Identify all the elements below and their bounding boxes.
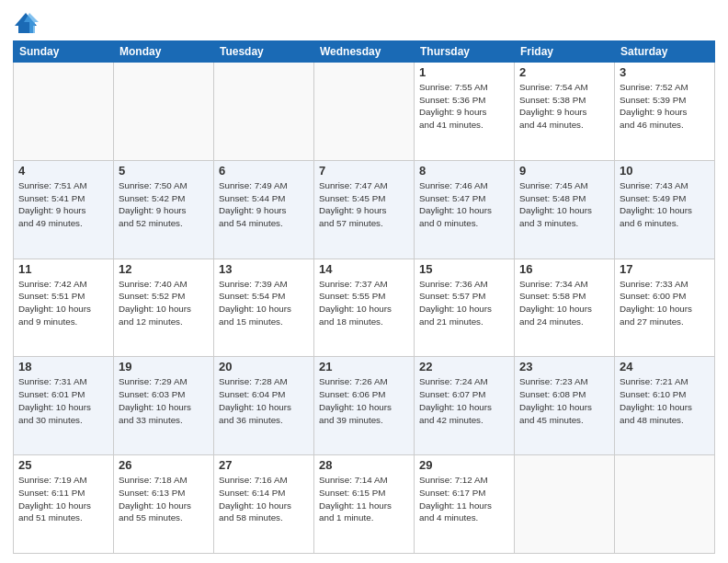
day-info: Sunrise: 7:46 AM Sunset: 5:47 PM Dayligh…	[419, 179, 509, 230]
calendar-cell: 28Sunrise: 7:14 AM Sunset: 6:15 PM Dayli…	[314, 455, 415, 554]
logo-icon	[13, 9, 39, 35]
day-number: 16	[519, 262, 609, 276]
calendar-cell: 12Sunrise: 7:40 AM Sunset: 5:52 PM Dayli…	[114, 259, 214, 357]
weekday-header-friday: Friday	[515, 41, 615, 63]
day-info: Sunrise: 7:42 AM Sunset: 5:51 PM Dayligh…	[18, 278, 108, 328]
week-row-3: 18Sunrise: 7:31 AM Sunset: 6:01 PM Dayli…	[14, 357, 715, 455]
calendar-cell: 25Sunrise: 7:19 AM Sunset: 6:11 PM Dayli…	[14, 455, 114, 554]
calendar-cell: 4Sunrise: 7:51 AM Sunset: 5:41 PM Daylig…	[14, 160, 114, 259]
day-number: 28	[319, 458, 409, 472]
calendar-cell: 2Sunrise: 7:54 AM Sunset: 5:38 PM Daylig…	[515, 63, 615, 161]
week-row-0: 1Sunrise: 7:55 AM Sunset: 5:36 PM Daylig…	[14, 63, 715, 161]
calendar-cell: 10Sunrise: 7:43 AM Sunset: 5:49 PM Dayli…	[615, 160, 715, 259]
day-info: Sunrise: 7:19 AM Sunset: 6:11 PM Dayligh…	[18, 474, 108, 524]
calendar-cell	[615, 455, 715, 554]
day-number: 19	[119, 360, 209, 373]
calendar-cell: 13Sunrise: 7:39 AM Sunset: 5:54 PM Dayli…	[214, 259, 314, 357]
day-info: Sunrise: 7:28 AM Sunset: 6:04 PM Dayligh…	[219, 375, 309, 426]
day-info: Sunrise: 7:45 AM Sunset: 5:48 PM Dayligh…	[519, 179, 609, 230]
weekday-header-saturday: Saturday	[615, 41, 715, 63]
calendar-cell: 15Sunrise: 7:36 AM Sunset: 5:57 PM Dayli…	[415, 259, 515, 357]
calendar-cell: 21Sunrise: 7:26 AM Sunset: 6:06 PM Dayli…	[314, 357, 415, 455]
day-number: 10	[620, 164, 710, 178]
calendar-cell: 22Sunrise: 7:24 AM Sunset: 6:07 PM Dayli…	[415, 357, 515, 455]
calendar-cell: 20Sunrise: 7:28 AM Sunset: 6:04 PM Dayli…	[214, 357, 314, 455]
day-number: 2	[519, 65, 609, 79]
day-info: Sunrise: 7:47 AM Sunset: 5:45 PM Dayligh…	[319, 179, 409, 230]
day-info: Sunrise: 7:18 AM Sunset: 6:13 PM Dayligh…	[119, 474, 209, 524]
calendar-cell: 7Sunrise: 7:47 AM Sunset: 5:45 PM Daylig…	[314, 160, 415, 259]
day-info: Sunrise: 7:49 AM Sunset: 5:44 PM Dayligh…	[219, 179, 309, 230]
day-number: 9	[519, 164, 609, 178]
day-info: Sunrise: 7:33 AM Sunset: 6:00 PM Dayligh…	[620, 278, 710, 328]
weekday-header-thursday: Thursday	[415, 41, 515, 63]
calendar-cell: 14Sunrise: 7:37 AM Sunset: 5:55 PM Dayli…	[314, 259, 415, 357]
day-number: 5	[119, 164, 209, 178]
weekday-header-tuesday: Tuesday	[214, 41, 314, 63]
weekday-header-row: SundayMondayTuesdayWednesdayThursdayFrid…	[14, 41, 715, 63]
calendar-cell: 17Sunrise: 7:33 AM Sunset: 6:00 PM Dayli…	[615, 259, 715, 357]
day-number: 14	[319, 262, 409, 276]
week-row-1: 4Sunrise: 7:51 AM Sunset: 5:41 PM Daylig…	[14, 160, 715, 259]
day-number: 12	[119, 262, 209, 276]
weekday-header-sunday: Sunday	[14, 41, 114, 63]
calendar-cell: 5Sunrise: 7:50 AM Sunset: 5:42 PM Daylig…	[114, 160, 214, 259]
calendar-cell: 11Sunrise: 7:42 AM Sunset: 5:51 PM Dayli…	[14, 259, 114, 357]
day-number: 26	[119, 458, 209, 472]
day-info: Sunrise: 7:51 AM Sunset: 5:41 PM Dayligh…	[18, 179, 108, 230]
calendar-cell: 18Sunrise: 7:31 AM Sunset: 6:01 PM Dayli…	[14, 357, 114, 455]
day-info: Sunrise: 7:43 AM Sunset: 5:49 PM Dayligh…	[620, 179, 710, 230]
day-info: Sunrise: 7:23 AM Sunset: 6:08 PM Dayligh…	[519, 375, 609, 426]
calendar-cell: 16Sunrise: 7:34 AM Sunset: 5:58 PM Dayli…	[515, 259, 615, 357]
calendar-cell	[314, 63, 415, 161]
day-number: 13	[219, 262, 309, 276]
day-info: Sunrise: 7:34 AM Sunset: 5:58 PM Dayligh…	[519, 278, 609, 328]
day-info: Sunrise: 7:55 AM Sunset: 5:36 PM Dayligh…	[419, 81, 509, 132]
day-info: Sunrise: 7:52 AM Sunset: 5:39 PM Dayligh…	[620, 81, 710, 132]
day-info: Sunrise: 7:12 AM Sunset: 6:17 PM Dayligh…	[419, 474, 509, 524]
day-number: 25	[18, 458, 108, 472]
day-number: 11	[18, 262, 108, 276]
page: SundayMondayTuesdayWednesdayThursdayFrid…	[0, 0, 728, 563]
day-number: 4	[18, 164, 108, 178]
calendar-cell: 29Sunrise: 7:12 AM Sunset: 6:17 PM Dayli…	[415, 455, 515, 554]
day-info: Sunrise: 7:40 AM Sunset: 5:52 PM Dayligh…	[119, 278, 209, 328]
day-info: Sunrise: 7:21 AM Sunset: 6:10 PM Dayligh…	[620, 375, 710, 426]
day-number: 20	[219, 360, 309, 373]
week-row-4: 25Sunrise: 7:19 AM Sunset: 6:11 PM Dayli…	[14, 455, 715, 554]
day-number: 15	[419, 262, 509, 276]
day-info: Sunrise: 7:24 AM Sunset: 6:07 PM Dayligh…	[419, 375, 509, 426]
day-info: Sunrise: 7:16 AM Sunset: 6:14 PM Dayligh…	[219, 474, 309, 524]
calendar-cell: 1Sunrise: 7:55 AM Sunset: 5:36 PM Daylig…	[415, 63, 515, 161]
calendar-table: SundayMondayTuesdayWednesdayThursdayFrid…	[13, 40, 715, 554]
calendar-cell: 9Sunrise: 7:45 AM Sunset: 5:48 PM Daylig…	[515, 160, 615, 259]
day-number: 17	[620, 262, 710, 276]
calendar-cell: 19Sunrise: 7:29 AM Sunset: 6:03 PM Dayli…	[114, 357, 214, 455]
day-number: 6	[219, 164, 309, 178]
day-info: Sunrise: 7:31 AM Sunset: 6:01 PM Dayligh…	[18, 375, 108, 426]
calendar-cell: 8Sunrise: 7:46 AM Sunset: 5:47 PM Daylig…	[415, 160, 515, 259]
day-number: 8	[419, 164, 509, 178]
calendar-cell: 27Sunrise: 7:16 AM Sunset: 6:14 PM Dayli…	[214, 455, 314, 554]
day-number: 22	[419, 360, 509, 373]
calendar-cell: 3Sunrise: 7:52 AM Sunset: 5:39 PM Daylig…	[615, 63, 715, 161]
day-number: 18	[18, 360, 108, 373]
header	[13, 9, 715, 35]
day-number: 21	[319, 360, 409, 373]
day-info: Sunrise: 7:37 AM Sunset: 5:55 PM Dayligh…	[319, 278, 409, 328]
calendar-cell	[114, 63, 214, 161]
day-number: 29	[419, 458, 509, 472]
day-info: Sunrise: 7:14 AM Sunset: 6:15 PM Dayligh…	[319, 474, 409, 524]
day-info: Sunrise: 7:36 AM Sunset: 5:57 PM Dayligh…	[419, 278, 509, 328]
calendar-cell: 26Sunrise: 7:18 AM Sunset: 6:13 PM Dayli…	[114, 455, 214, 554]
day-info: Sunrise: 7:26 AM Sunset: 6:06 PM Dayligh…	[319, 375, 409, 426]
day-number: 3	[620, 65, 710, 79]
day-number: 27	[219, 458, 309, 472]
day-info: Sunrise: 7:39 AM Sunset: 5:54 PM Dayligh…	[219, 278, 309, 328]
day-number: 24	[620, 360, 710, 373]
day-number: 7	[319, 164, 409, 178]
day-number: 1	[419, 65, 509, 79]
weekday-header-monday: Monday	[114, 41, 214, 63]
calendar-cell: 6Sunrise: 7:49 AM Sunset: 5:44 PM Daylig…	[214, 160, 314, 259]
calendar-cell	[214, 63, 314, 161]
